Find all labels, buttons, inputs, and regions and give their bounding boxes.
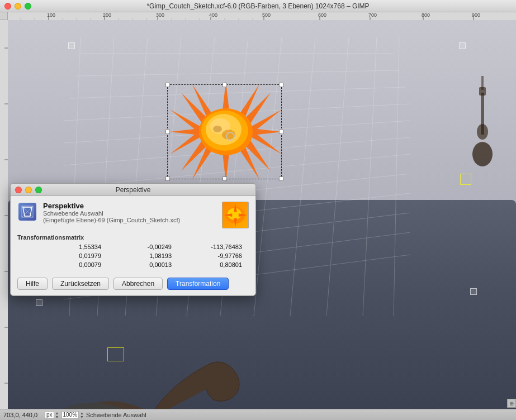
grid-corner-bl[interactable]	[36, 299, 42, 306]
handle-top-left[interactable]	[165, 83, 170, 87]
dialog-body: Perspektive Schwebende Auswahl (Eingefüg…	[11, 196, 255, 234]
dialog-info-sub2: (Eingefügte Ebene)-69 (Gimp_Coutch_Sketc…	[43, 217, 216, 223]
transform-button[interactable]: Transformation	[167, 278, 229, 290]
title-bar: *Gimp_Coutch_Sketch.xcf-6.0 (RGB-Farben,…	[0, 0, 516, 12]
matrix-grid: 1,55334 -0,00249 -113,76483 0,01979 1,08…	[37, 243, 249, 269]
svg-text:100: 100	[47, 12, 55, 18]
handle-bottom-right[interactable]	[279, 176, 283, 181]
matrix-label: Transformationsmatrix	[17, 234, 249, 241]
maximize-button[interactable]	[25, 3, 31, 9]
zoom-down[interactable]: ▼	[80, 415, 84, 419]
matrix-cell-2-2: 0,80801	[178, 261, 249, 269]
svg-text:500: 500	[262, 12, 271, 18]
svg-text:400: 400	[209, 12, 217, 18]
matrix-cell-2-0: 0,00079	[37, 261, 108, 269]
dialog-controls	[15, 187, 42, 193]
handle-middle-right[interactable]	[279, 130, 283, 134]
handle-bottom-left[interactable]	[165, 176, 170, 181]
svg-text:900: 900	[472, 12, 480, 18]
status-selection-label: Schwebende Auswahl	[86, 412, 146, 418]
matrix-cell-2-1: 0,00013	[108, 261, 178, 269]
unit-down[interactable]: ▼	[55, 415, 59, 419]
matrix-cell-0-1: -0,00249	[108, 243, 178, 251]
status-coordinates: 703,0, 440,0	[3, 412, 42, 418]
grid-corner-tr[interactable]	[459, 42, 466, 49]
svg-rect-45	[481, 76, 484, 90]
matrix-cell-1-0: 0,01979	[37, 252, 108, 260]
window-title: *Gimp_Coutch_Sketch.xcf-6.0 (RGB-Farben,…	[146, 2, 369, 10]
handle-top-middle[interactable]	[223, 83, 227, 87]
dialog-min-button[interactable]	[25, 187, 32, 193]
status-bar: 703,0, 440,0 px ▲ ▼ 100% ▲ ▼ Schwebende …	[0, 409, 516, 420]
dialog-info-title: Perspektive	[43, 202, 216, 210]
svg-text:700: 700	[368, 12, 377, 18]
svg-line-47	[75, 70, 399, 76]
handle-middle-left[interactable]	[165, 130, 170, 134]
matrix-cell-1-1: 1,08193	[108, 252, 178, 260]
svg-line-65	[290, 37, 315, 316]
dialog-info: Perspektive Schwebende Auswahl (Eingefüg…	[43, 202, 216, 228]
svg-line-67	[363, 37, 377, 316]
grid-corner-tl[interactable]	[68, 42, 75, 49]
svg-point-41	[472, 142, 493, 166]
cancel-button[interactable]: Abbrechen	[113, 278, 163, 290]
minimize-button[interactable]	[15, 3, 21, 9]
reset-button[interactable]: Zurücksetzen	[52, 278, 109, 290]
zoom-control[interactable]: 100% ▲ ▼	[61, 411, 84, 419]
dialog-tool-icon	[18, 203, 36, 221]
matrix-cell-1-2: -9,97766	[178, 252, 249, 260]
window-controls	[4, 3, 31, 9]
svg-text:600: 600	[318, 12, 326, 18]
corner-transform-handle-1[interactable]	[107, 347, 124, 361]
handle-bottom-middle[interactable]	[223, 176, 227, 181]
dialog-info-sub1: Schwebende Auswahl	[43, 210, 216, 217]
dialog-matrix-section: Transformationsmatrix 1,55334 -0,00249 -…	[11, 234, 255, 273]
ruler-vertical	[0, 20, 8, 409]
dialog-titlebar: Perspektive	[11, 184, 255, 196]
svg-line-68	[394, 37, 399, 316]
unit-control[interactable]: px ▲ ▼	[45, 411, 59, 419]
corner-transform-handle-2[interactable]	[460, 174, 471, 185]
svg-text:800: 800	[422, 12, 430, 18]
matrix-cell-0-2: -113,76483	[178, 243, 249, 251]
selection-border	[167, 84, 282, 179]
dialog-thumbnail	[222, 202, 249, 228]
close-button[interactable]	[4, 3, 11, 9]
perspective-dialog: Perspektive Perspektive Schwebende Auswa…	[10, 183, 256, 296]
zoom-stepper[interactable]: ▲ ▼	[80, 411, 84, 419]
svg-rect-33	[0, 20, 8, 409]
zoom-up[interactable]: ▲	[80, 411, 84, 415]
dialog-title: Perspektive	[116, 186, 151, 194]
zoom-corner-indicator[interactable]: ⊕	[507, 399, 516, 408]
dialog-icon-area	[17, 202, 37, 228]
unit-up[interactable]: ▲	[55, 411, 59, 415]
matrix-cell-0-0: 1,55334	[37, 243, 108, 251]
dialog-close-button[interactable]	[15, 187, 22, 193]
zoom-value: 100%	[63, 412, 78, 418]
ruler-horizontal: 100 200 300 400 500 600 700 800 900	[8, 12, 516, 20]
grid-corner-br[interactable]	[470, 288, 477, 295]
help-button[interactable]: Hilfe	[17, 278, 48, 290]
svg-text:300: 300	[156, 12, 164, 18]
transform-center[interactable]	[226, 132, 235, 141]
ruler-corner	[0, 12, 8, 20]
unit-input[interactable]: px	[45, 411, 54, 419]
guitar-silhouette	[466, 65, 499, 176]
zoom-input[interactable]: 100%	[61, 411, 79, 419]
unit-stepper[interactable]: ▲ ▼	[55, 411, 59, 419]
unit-value: px	[46, 412, 53, 418]
svg-rect-43	[481, 93, 484, 135]
dialog-max-button[interactable]	[35, 187, 42, 193]
svg-text:200: 200	[103, 12, 111, 18]
handle-top-right[interactable]	[279, 83, 283, 87]
dialog-footer: Hilfe Zurücksetzen Abbrechen Transformat…	[11, 273, 255, 295]
svg-line-66	[326, 37, 349, 316]
